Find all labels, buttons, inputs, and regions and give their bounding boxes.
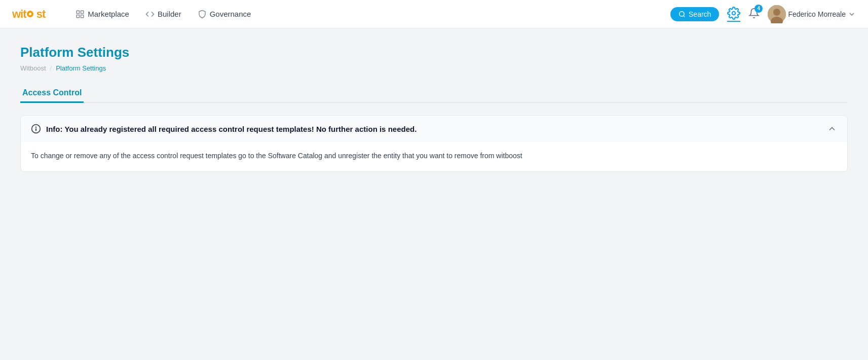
main-header: wit st Marketplace Builder Governance — [0, 0, 868, 28]
grid-icon — [76, 10, 85, 19]
svg-rect-1 — [81, 11, 84, 13]
page-title: Platform Settings — [20, 45, 848, 60]
info-banner: Info: You already registered all require… — [20, 115, 848, 172]
user-menu[interactable]: Federico Morreale — [768, 5, 856, 23]
tabs-container: Access Control — [20, 84, 848, 103]
info-banner-body: To change or remove any of the access co… — [21, 142, 847, 171]
header-right: Search 4 F — [670, 5, 856, 23]
info-banner-title-text: Info: You already registered all require… — [46, 125, 417, 133]
breadcrumb: Witboost / Platform Settings — [20, 64, 848, 72]
svg-rect-2 — [77, 15, 80, 17]
svg-rect-0 — [77, 11, 80, 13]
breadcrumb-current: Platform Settings — [56, 64, 106, 72]
svg-point-8 — [773, 9, 780, 16]
breadcrumb-separator: / — [50, 64, 52, 72]
collapse-banner-button[interactable] — [827, 124, 837, 134]
logo-text: wit st — [12, 8, 45, 21]
nav-item-governance[interactable]: Governance — [192, 6, 257, 23]
info-circle-icon — [31, 124, 41, 134]
code-icon — [145, 10, 155, 19]
nav-item-builder[interactable]: Builder — [139, 6, 187, 23]
main-nav: Marketplace Builder Governance — [69, 6, 654, 23]
nav-label-governance: Governance — [210, 10, 251, 18]
svg-line-5 — [684, 15, 685, 17]
nav-label-marketplace: Marketplace — [88, 10, 129, 18]
tab-access-control[interactable]: Access Control — [20, 84, 84, 103]
svg-rect-3 — [81, 15, 84, 17]
settings-active-indicator — [727, 21, 740, 22]
search-icon — [678, 11, 686, 18]
user-name-label: Federico Morreale — [788, 10, 846, 18]
chevron-down-icon — [848, 10, 856, 18]
search-button[interactable]: Search — [670, 7, 719, 21]
info-banner-title-row: Info: You already registered all require… — [31, 124, 417, 134]
nav-label-builder: Builder — [158, 10, 181, 18]
info-banner-header: Info: You already registered all require… — [21, 116, 847, 142]
info-banner-body-text: To change or remove any of the access co… — [31, 152, 522, 160]
svg-point-6 — [732, 11, 736, 15]
nav-item-marketplace[interactable]: Marketplace — [69, 6, 135, 23]
notification-count-badge: 4 — [754, 5, 763, 13]
settings-wrapper — [727, 7, 740, 22]
main-content: Platform Settings Witboost / Platform Se… — [0, 28, 868, 188]
settings-gear-icon[interactable] — [727, 7, 740, 20]
search-label: Search — [689, 10, 711, 18]
shield-icon — [198, 10, 207, 19]
avatar — [768, 5, 786, 23]
notifications-button[interactable]: 4 — [748, 8, 760, 21]
breadcrumb-home[interactable]: Witboost — [20, 64, 46, 72]
logo[interactable]: wit st — [12, 8, 45, 21]
avatar-image — [768, 5, 786, 23]
svg-point-4 — [680, 11, 684, 16]
